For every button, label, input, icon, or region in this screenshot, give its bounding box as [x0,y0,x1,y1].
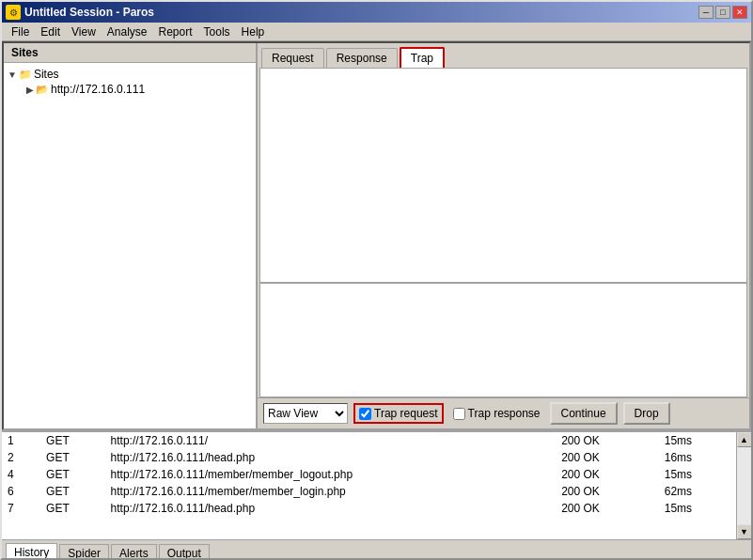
row-time: 15ms [659,500,736,517]
row-method: GET [40,483,105,500]
row-url: http://172.16.0.111/head.php [105,449,557,466]
table-row[interactable]: 6 GET http://172.16.0.111/member/member_… [2,483,736,500]
editor-top-pane [260,69,746,284]
scroll-track [737,447,752,524]
row-url: http://172.16.0.111/member/member_logout… [105,466,557,483]
close-button[interactable]: ✕ [732,6,747,19]
row-method: GET [40,466,105,483]
bottom-tab-history[interactable]: History [6,543,57,560]
row-num: 7 [2,500,40,517]
tab-trap[interactable]: Trap [400,47,445,68]
drop-button[interactable]: Drop [623,402,670,425]
row-url: http://172.16.0.111/ [105,432,557,449]
bottom-tab-output[interactable]: Output [159,544,210,560]
folder-icon: 📁 [19,69,32,81]
bottom-tab-alerts[interactable]: Alerts [111,544,157,560]
tree-item-site1[interactable]: ▶ 📂 http://172.16.0.111 [8,82,252,97]
menu-item-analyse[interactable]: Analyse [102,23,153,40]
title-bar: ⚙ Untitled Session - Paros ─ □ ✕ [2,2,751,23]
editor-toolbar: Raw View Header View Trap request Trap r… [258,397,749,428]
menu-item-tools[interactable]: Tools [198,23,236,40]
row-time: 15ms [659,432,736,449]
sites-tree: ▼ 📁 Sites ▶ 📂 http://172.16.0.111 [4,63,256,428]
title-bar-left: ⚙ Untitled Session - Paros [6,5,154,20]
scroll-down-button[interactable]: ▼ [737,524,752,539]
menu-item-report[interactable]: Report [153,23,198,40]
editor-bottom-pane [260,284,746,397]
bottom-tabs-bar: HistorySpiderAlertsOutput [2,539,751,560]
row-status: 200 OK [556,449,659,466]
tab-request[interactable]: Request [261,48,324,68]
window-title: Untitled Session - Paros [24,6,154,19]
sites-tab-label: Sites [4,43,256,63]
menu-item-edit[interactable]: Edit [35,23,66,40]
trap-response-group: Trap response [449,405,544,422]
row-status: 200 OK [556,500,659,517]
tree-item-sites[interactable]: ▼ 📁 Sites [8,67,252,82]
expand-icon: ▼ [8,70,17,80]
row-status: 200 OK [556,432,659,449]
sites-panel: Sites ▼ 📁 Sites ▶ 📂 http://172.16.0.111 [4,43,258,428]
tab-response[interactable]: Response [326,48,398,68]
editor-tabs-bar: Request Response Trap [258,43,749,68]
maximize-button[interactable]: □ [715,6,730,19]
table-row[interactable]: 2 GET http://172.16.0.111/head.php 200 O… [2,449,736,466]
bottom-tab-spider[interactable]: Spider [59,544,109,560]
folder-open-icon: 📂 [36,84,49,96]
continue-button[interactable]: Continue [550,402,618,425]
trap-request-checkbox[interactable] [359,408,371,420]
row-num: 1 [2,432,40,449]
row-num: 6 [2,483,40,500]
trap-response-checkbox[interactable] [453,408,465,420]
tree-item-label: Sites [34,68,59,81]
menu-item-view[interactable]: View [66,23,102,40]
expand-icon: ▶ [26,85,34,95]
trap-response-label: Trap response [468,407,541,420]
table-row[interactable]: 4 GET http://172.16.0.111/member/member_… [2,466,736,483]
top-section: Sites ▼ 📁 Sites ▶ 📂 http://172.16.0.111 [2,41,751,430]
table-scrollbar[interactable]: ▲ ▼ [736,432,751,539]
row-status: 200 OK [556,483,659,500]
history-table: 1 GET http://172.16.0.111/ 200 OK 15ms 2… [2,432,736,517]
history-table-body: 1 GET http://172.16.0.111/ 200 OK 15ms 2… [2,432,736,517]
menu-item-file[interactable]: File [6,23,35,40]
main-container: Sites ▼ 📁 Sites ▶ 📂 http://172.16.0.111 [2,41,751,560]
row-num: 2 [2,449,40,466]
row-time: 62ms [659,483,736,500]
table-row[interactable]: 7 GET http://172.16.0.111/head.php 200 O… [2,500,736,517]
row-method: GET [40,449,105,466]
row-time: 16ms [659,449,736,466]
history-table-container[interactable]: 1 GET http://172.16.0.111/ 200 OK 15ms 2… [2,432,736,539]
table-area: 1 GET http://172.16.0.111/ 200 OK 15ms 2… [2,432,751,539]
row-status: 200 OK [556,466,659,483]
row-method: GET [40,432,105,449]
row-num: 4 [2,466,40,483]
raw-view-select[interactable]: Raw View Header View [263,403,348,424]
menu-item-help[interactable]: Help [236,23,271,40]
menu-bar: FileEditViewAnalyseReportToolsHelp [2,23,751,41]
row-time: 15ms [659,466,736,483]
table-row[interactable]: 1 GET http://172.16.0.111/ 200 OK 15ms [2,432,736,449]
window-controls: ─ □ ✕ [698,6,747,19]
tree-item-url: http://172.16.0.111 [51,83,145,96]
minimize-button[interactable]: ─ [698,6,714,19]
row-method: GET [40,500,105,517]
row-url: http://172.16.0.111/head.php [105,500,557,517]
editor-area [259,68,747,397]
scroll-up-button[interactable]: ▲ [737,432,752,447]
app-window: ⚙ Untitled Session - Paros ─ □ ✕ FileEdi… [0,0,753,560]
trap-request-group: Trap request [353,403,444,424]
right-panel: Request Response Trap [258,43,749,428]
bottom-section: 1 GET http://172.16.0.111/ 200 OK 15ms 2… [2,430,751,560]
app-icon: ⚙ [6,5,21,20]
row-url: http://172.16.0.111/member/member_login.… [105,483,557,500]
trap-request-label: Trap request [374,407,438,420]
